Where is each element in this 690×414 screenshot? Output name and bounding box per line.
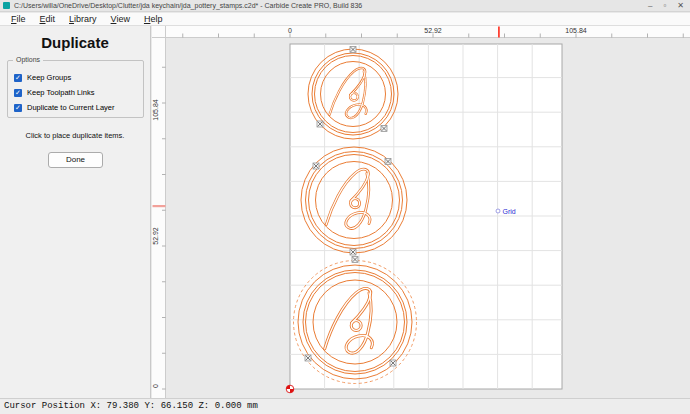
cursor-position-readout: Cursor Position X: 79.380 Y: 66.150 Z: 0… bbox=[4, 401, 258, 411]
ruler-label: 52.92 bbox=[152, 227, 159, 245]
instruction-text: Click to place duplicate items. bbox=[0, 131, 150, 140]
selection-handle[interactable] bbox=[352, 257, 358, 263]
checkbox-keep-groups[interactable]: ✓ Keep Groups bbox=[14, 70, 143, 85]
horizontal-ruler-marks: 052.92105.84 bbox=[183, 27, 684, 38]
status-bar: Cursor Position X: 79.380 Y: 66.150 Z: 0… bbox=[0, 398, 690, 414]
selection-handle[interactable] bbox=[305, 355, 311, 361]
checkmark-icon[interactable]: ✓ bbox=[14, 74, 22, 82]
selection-handle[interactable] bbox=[385, 159, 391, 165]
selection-handle[interactable] bbox=[381, 126, 387, 132]
grid-datum-label: Grid bbox=[503, 208, 516, 215]
ruler-label: 105.84 bbox=[152, 99, 159, 121]
checkbox-label: Keep Groups bbox=[27, 73, 71, 82]
selection-handle[interactable] bbox=[313, 163, 319, 169]
origin-marker[interactable] bbox=[286, 385, 294, 393]
checkbox-keep-toolpath-links[interactable]: ✓ Keep Toolpath Links bbox=[14, 85, 143, 100]
ruler-label: 0 bbox=[152, 384, 159, 388]
options-groupbox: Options ✓ Keep Groups ✓ Keep Toolpath Li… bbox=[7, 60, 144, 118]
selection-handle[interactable] bbox=[317, 121, 323, 127]
ruler-label: 52.92 bbox=[424, 27, 442, 34]
selection-handle[interactable] bbox=[350, 249, 356, 255]
done-button[interactable]: Done bbox=[48, 152, 103, 168]
datum-circle-icon bbox=[496, 209, 500, 213]
checkbox-label: Keep Toolpath Links bbox=[27, 88, 94, 97]
selection-handle[interactable] bbox=[390, 360, 396, 366]
vertical-ruler-marks: 105.8452.920 bbox=[152, 67, 166, 389]
checkmark-icon[interactable]: ✓ bbox=[14, 89, 22, 97]
checkmark-icon[interactable]: ✓ bbox=[14, 104, 22, 112]
duplicate-panel: Duplicate Options ✓ Keep Groups ✓ Keep T… bbox=[0, 26, 151, 398]
ruler-label: 0 bbox=[288, 27, 292, 34]
options-label: Options bbox=[13, 56, 43, 63]
panel-title: Duplicate bbox=[0, 34, 150, 51]
checkbox-label: Duplicate to Current Layer bbox=[27, 103, 115, 112]
checkbox-duplicate-to-current-layer[interactable]: ✓ Duplicate to Current Layer bbox=[14, 100, 143, 115]
ruler-label: 105.84 bbox=[565, 27, 587, 34]
cursor-x-indicator bbox=[498, 27, 500, 38]
selection-handle[interactable] bbox=[350, 47, 356, 53]
cursor-y-indicator bbox=[153, 205, 166, 207]
